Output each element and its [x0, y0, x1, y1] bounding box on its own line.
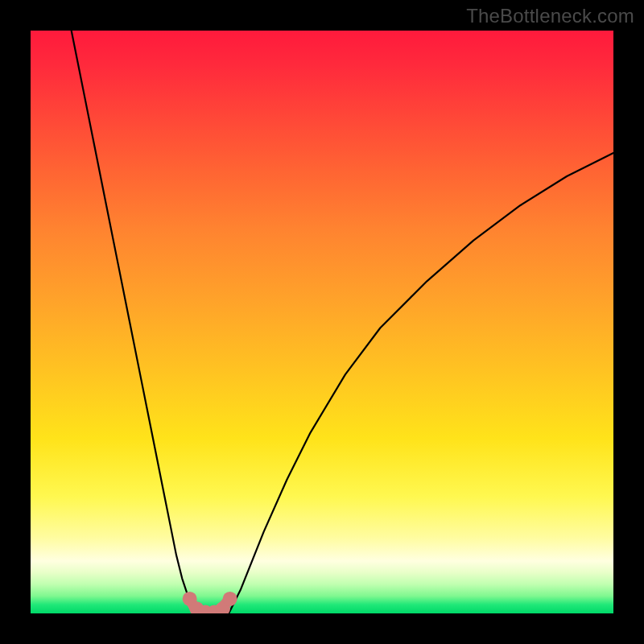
trough-marker	[223, 592, 237, 606]
attribution-watermark: TheBottleneck.com	[466, 5, 634, 27]
curve-layer	[31, 31, 613, 613]
plot-area	[31, 31, 613, 613]
bottleneck-curve	[72, 31, 613, 613]
chart-frame: TheBottleneck.com	[0, 0, 644, 644]
